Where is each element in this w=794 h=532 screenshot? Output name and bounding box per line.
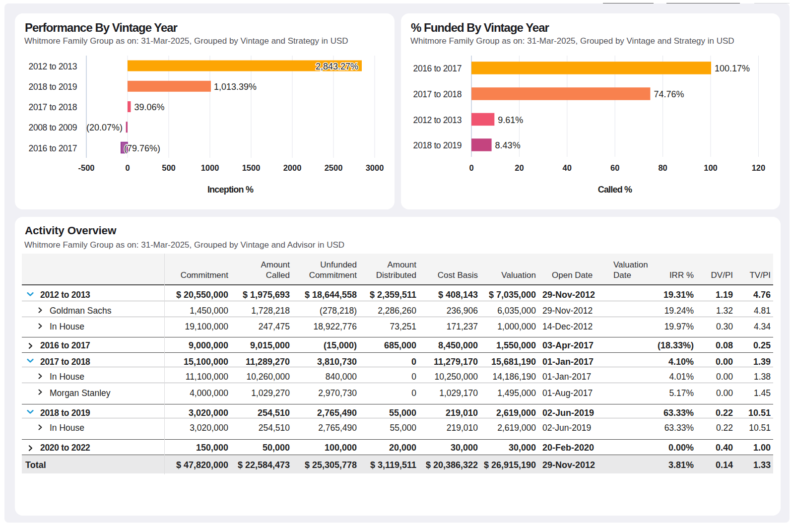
svg-text:1,013.39%: 1,013.39% — [214, 82, 257, 92]
svg-text:2008 to 2009: 2008 to 2009 — [29, 123, 77, 133]
svg-text:3000: 3000 — [366, 163, 384, 172]
svg-text:2017 to 2018: 2017 to 2018 — [29, 102, 77, 112]
svg-text:2018 to 2019: 2018 to 2019 — [413, 140, 462, 150]
svg-text:(20.07%): (20.07%) — [86, 123, 123, 133]
svg-text:100: 100 — [704, 163, 718, 172]
svg-text:100.17%: 100.17% — [715, 64, 750, 73]
svg-text:2018 to 2019: 2018 to 2019 — [29, 82, 77, 92]
svg-text:500: 500 — [162, 163, 176, 172]
svg-text:2012 to 2013: 2012 to 2013 — [29, 62, 77, 71]
svg-text:120: 120 — [752, 163, 766, 172]
svg-text:40: 40 — [563, 163, 572, 172]
svg-text:39.06%: 39.06% — [134, 102, 165, 112]
svg-text:2500: 2500 — [325, 163, 343, 172]
svg-text:-500: -500 — [78, 163, 94, 172]
svg-text:2017 to 2018: 2017 to 2018 — [413, 89, 462, 99]
svg-text:2016 to 2017: 2016 to 2017 — [29, 143, 77, 153]
svg-text:60: 60 — [610, 163, 619, 172]
svg-text:Called %: Called % — [598, 185, 632, 195]
svg-text:2,843.27%: 2,843.27% — [316, 62, 358, 71]
svg-text:8.43%: 8.43% — [495, 140, 521, 150]
svg-text:2000: 2000 — [283, 163, 302, 172]
svg-text:2012 to 2013: 2012 to 2013 — [413, 115, 462, 125]
svg-text:80: 80 — [658, 163, 667, 172]
svg-text:9.61%: 9.61% — [498, 115, 523, 125]
svg-text:1500: 1500 — [242, 163, 261, 172]
svg-text:0: 0 — [469, 163, 473, 172]
svg-text:74.76%: 74.76% — [654, 89, 684, 99]
svg-text:2016 to 2017: 2016 to 2017 — [413, 64, 462, 73]
svg-text:Inception %: Inception % — [207, 185, 254, 195]
svg-text:20: 20 — [515, 163, 524, 172]
svg-text:(79.76%): (79.76%) — [124, 143, 160, 153]
svg-text:0: 0 — [125, 163, 130, 172]
svg-text:1000: 1000 — [201, 163, 219, 172]
